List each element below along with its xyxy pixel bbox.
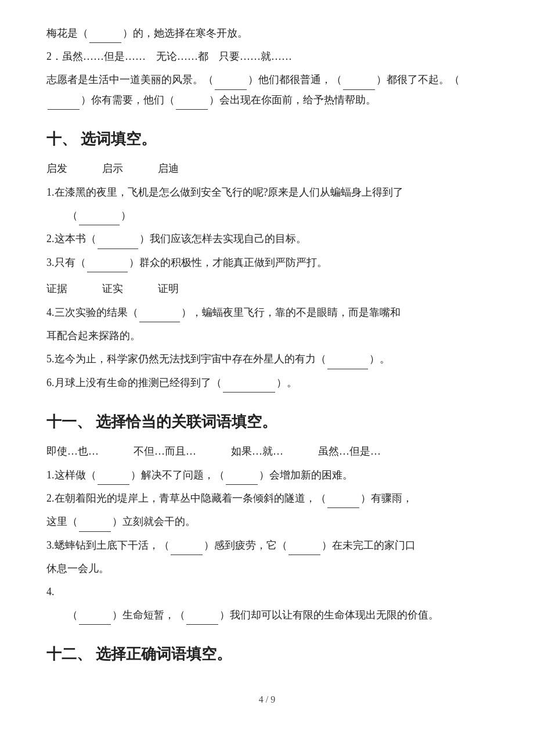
blank-s11-5 [171, 555, 203, 555]
s11-line-2b: 这里（）立刻就会干的。 [46, 512, 488, 531]
blank-s11-1 [98, 484, 129, 485]
s10-line-1b: （） [46, 206, 488, 225]
blank-2 [215, 89, 247, 90]
intro-section: 梅花是（）的，她选择在寒冬开放。 2．虽然……但是…… 无论……都 只要……就…… [46, 23, 488, 110]
s10-line-6: 6.月球上没有生命的推测已经得到了（）。 [46, 373, 488, 393]
blank-s10-4 [139, 322, 180, 322]
blank-1 [89, 42, 121, 43]
section-12-title: 十二、 选择正确词语填空。 [46, 641, 488, 668]
section-12: 十二、 选择正确词语填空。 [46, 641, 488, 668]
word-1: 启发 [46, 159, 67, 178]
blank-5 [176, 109, 208, 110]
s10-line-1: 1.在漆黑的夜里，飞机是怎么做到安全飞行的呢?原来是人们从蝙蝠身上得到了 [46, 182, 488, 202]
words-group-3: 即使…也… 不但…而且… 如果…就… 虽然…但是… [46, 442, 488, 460]
section-11: 十一、 选择恰当的关联词语填空。 即使…也… 不但…而且… 如果…就… 虽然…但… [46, 409, 488, 625]
s11-line-4: 4. [46, 582, 488, 602]
s10-line-4b: 耳配合起来探路的。 [46, 326, 488, 345]
blank-s10-3 [87, 272, 128, 272]
blank-s11-8 [186, 624, 218, 625]
blank-s11-7 [79, 624, 111, 625]
s10-line-5: 5.迄今为止，科学家仍然无法找到宇宙中存在外星人的有力（）。 [46, 349, 488, 369]
page-footer: 4 / 9 [46, 692, 488, 708]
s11-line-2: 2.在朝着阳光的堤岸上，青草丛中隐藏着一条倾斜的隧道，（）有骤雨， [46, 488, 488, 508]
section-11-title: 十一、 选择恰当的关联词语填空。 [46, 409, 488, 436]
blank-3 [343, 89, 375, 90]
intro-line-2: 2．虽然……但是…… 无论……都 只要……就…… [46, 46, 488, 66]
page-container: 梅花是（）的，她选择在寒冬开放。 2．虽然……但是…… 无论……都 只要……就…… [0, 0, 534, 756]
blank-s10-1 [79, 225, 120, 225]
words-group-1: 启发 启示 启迪 [46, 159, 488, 178]
section-10-title: 十、 选词填空。 [46, 126, 488, 153]
page-number: 4 / 9 [259, 694, 275, 704]
s10-line-4: 4.三次实验的结果（），蝙蝠夜里飞行，靠的不是眼睛，而是靠嘴和 [46, 303, 488, 322]
s10-line-3: 3.只有（）群众的积极性，才能真正做到严防严打。 [46, 253, 488, 272]
word-3: 启迪 [158, 159, 179, 178]
s11-line-1: 1.这样做（）解决不了问题，（）会增加新的困难。 [46, 465, 488, 485]
s11-line-3: 3.蟋蟀钻到土底下干活，（）感到疲劳，它（）在未完工的家门口 [46, 535, 488, 555]
s11-line-3b: 休息一会儿。 [46, 559, 488, 578]
blank-s10-6 [223, 392, 275, 393]
word-7: 即使…也… [46, 442, 99, 460]
word-9: 如果…就… [231, 442, 283, 460]
intro-line-3: 志愿者是生活中一道美丽的风景。（）他们都很普通，（）都很了不起。（）你有需要，他… [46, 70, 488, 109]
s11-line-5: （）生命短暂，（）我们却可以让有限的生命体现出无限的价值。 [46, 605, 488, 625]
blank-s11-2 [226, 484, 258, 485]
blank-s10-5 [327, 369, 368, 369]
blank-4 [48, 109, 80, 110]
blank-s11-3 [327, 507, 359, 508]
word-8: 不但…而且… [134, 442, 196, 460]
words-group-2: 证据 证实 证明 [46, 279, 488, 298]
word-6: 证明 [158, 279, 179, 298]
word-2: 启示 [102, 159, 123, 178]
section-10: 十、 选词填空。 启发 启示 启迪 1.在漆黑的夜里，飞机是怎么做到安全飞行的呢… [46, 126, 488, 393]
word-4: 证据 [46, 279, 67, 298]
intro-line-1: 梅花是（）的，她选择在寒冬开放。 [46, 23, 488, 43]
word-10: 虽然…但是… [318, 442, 381, 460]
word-5: 证实 [102, 279, 123, 298]
blank-s10-2 [98, 249, 138, 249]
blank-s11-4 [79, 531, 111, 532]
blank-s11-6 [288, 555, 320, 555]
s10-line-2: 2.这本书（）我们应该怎样去实现自己的目标。 [46, 229, 488, 249]
